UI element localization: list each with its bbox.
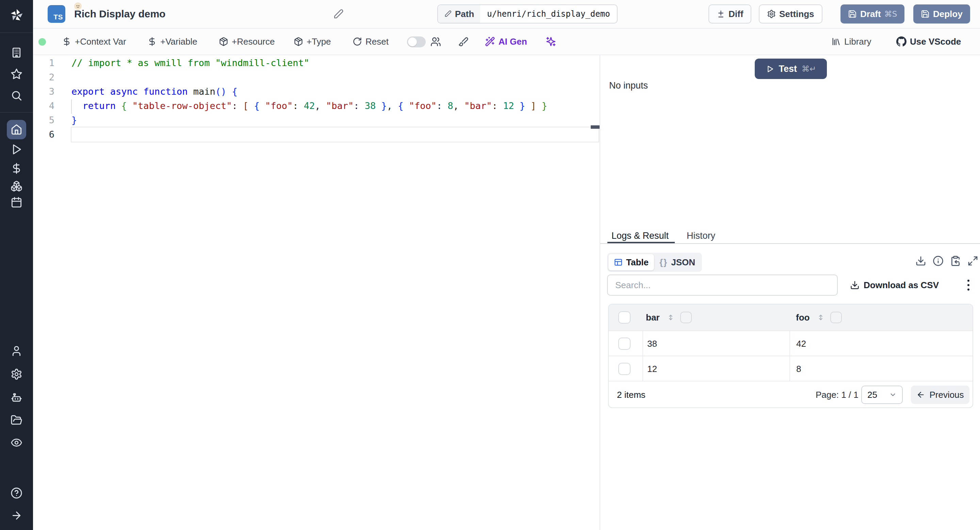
diff-button[interactable]: Diff (708, 5, 751, 24)
add-resource-button[interactable]: +Resource (219, 29, 275, 54)
sidebar-item-schedules[interactable] (11, 196, 22, 208)
library-button[interactable]: Library (831, 29, 871, 54)
multiplayer-button[interactable] (430, 29, 441, 54)
sidebar-expand-button[interactable] (11, 509, 22, 522)
settings-button[interactable]: Settings (759, 5, 822, 24)
maximize-icon (967, 255, 978, 267)
select-all-checkbox[interactable] (618, 311, 630, 324)
view-table-option[interactable]: Table (608, 254, 654, 270)
edit-summary-button[interactable] (333, 9, 344, 20)
page-size-select[interactable]: 25 (861, 386, 903, 404)
sidebar-item-settings[interactable] (11, 368, 22, 380)
play-icon (11, 144, 22, 155)
add-type-button[interactable]: +Type (294, 29, 331, 54)
copy-result-button[interactable] (950, 255, 961, 267)
download-result-button[interactable] (915, 255, 926, 267)
info-button[interactable] (933, 255, 943, 267)
sidebar-item-workers[interactable] (11, 392, 22, 404)
sidebar-item-audit[interactable] (11, 437, 22, 449)
deploy-button[interactable]: Deploy (913, 5, 970, 24)
sort-bar-button[interactable] (667, 313, 675, 322)
sidebar-item-runs[interactable] (11, 144, 22, 155)
github-icon (896, 37, 907, 47)
robot-icon (11, 392, 22, 404)
code-line[interactable]: // import * as wmill from "windmill-clie… (72, 56, 598, 70)
download-csv-button[interactable]: Download as CSV (850, 276, 939, 294)
pencil-icon (444, 10, 452, 18)
tab-history[interactable]: History (687, 229, 715, 243)
sidebar-item-help[interactable] (11, 487, 22, 499)
table-row[interactable]: 128 (609, 356, 972, 381)
add-variable-button[interactable]: +Variable (147, 29, 197, 54)
line-number: 3 (33, 85, 54, 99)
column-header-foo[interactable]: foo (796, 305, 810, 330)
table-menu-button[interactable] (962, 277, 975, 293)
page-indicator: Page: 1 / 1 (816, 382, 859, 408)
indent-guide (71, 99, 72, 114)
edit-path-button[interactable]: Path (438, 5, 480, 23)
eye-icon (11, 437, 22, 449)
package-icon (219, 37, 228, 46)
format-code-button[interactable] (458, 29, 469, 54)
typescript-badge: TS (48, 5, 65, 23)
info-icon (933, 255, 943, 267)
row-checkbox[interactable] (618, 338, 630, 350)
code-line[interactable] (72, 128, 598, 142)
test-shortcut: ⌘↵ (802, 64, 816, 73)
table-header: bar foo (609, 305, 972, 330)
line-number: 5 (33, 113, 54, 128)
previous-page-button[interactable]: Previous (911, 386, 969, 404)
download-icon (850, 280, 859, 290)
table-icon (614, 258, 623, 267)
search-icon[interactable] (11, 89, 22, 102)
view-json-option[interactable]: {} JSON (654, 254, 701, 270)
users-icon (430, 37, 441, 47)
windmill-logo[interactable] (9, 8, 24, 23)
sidebar-item-variables[interactable] (11, 163, 22, 174)
refresh-icon (353, 37, 362, 46)
use-vscode-button[interactable]: Use VScode (896, 29, 961, 54)
column-toggle-bar-checkbox[interactable] (680, 312, 692, 323)
sparkles-icon (546, 36, 556, 47)
sidebar-item-folders[interactable] (11, 414, 22, 426)
scrollbar-cursor-marker[interactable] (591, 125, 600, 129)
panel-splitter[interactable] (600, 55, 600, 530)
code-editor[interactable]: 123456 // import * as wmill from "windmi… (33, 55, 600, 530)
user-icon (11, 345, 22, 357)
sort-foo-button[interactable] (817, 313, 825, 322)
cell-bar: 38 (647, 331, 657, 356)
diff-mode-toggle[interactable] (407, 37, 426, 47)
search-input[interactable] (608, 275, 837, 295)
tab-logs-result[interactable]: Logs & Result (611, 229, 669, 243)
table-body: 3842128 (609, 330, 972, 381)
dollar-icon (62, 37, 72, 46)
sidebar-item-user[interactable] (11, 345, 22, 357)
reset-button[interactable]: Reset (353, 29, 388, 54)
page-title: Rich Display demo (74, 0, 165, 28)
ai-sparkles-button[interactable] (546, 29, 556, 54)
save-icon (848, 10, 857, 18)
path-group: Path u/henri/rich_display_demo (437, 5, 617, 24)
arrow-right-icon (11, 509, 22, 522)
code-line[interactable]: export async function main() { (72, 85, 598, 99)
add-context-var-button[interactable]: +Context Var (62, 29, 126, 54)
sidebar-item-resources[interactable] (11, 180, 22, 192)
column-header-bar[interactable]: bar (646, 305, 659, 330)
table-row[interactable]: 3842 (609, 330, 972, 356)
column-toggle-foo-checkbox[interactable] (830, 312, 842, 323)
favorites-star-icon[interactable] (11, 68, 22, 80)
row-checkbox[interactable] (618, 363, 630, 375)
code-line[interactable] (72, 70, 598, 85)
help-icon (11, 487, 22, 499)
expand-result-button[interactable] (967, 255, 978, 267)
dollar-icon (147, 37, 157, 46)
sidebar-item-home[interactable] (7, 120, 26, 139)
script-path-value[interactable]: u/henri/rich_display_demo (480, 5, 617, 23)
test-button[interactable]: Test ⌘↵ (755, 59, 827, 79)
code-line[interactable]: } (72, 113, 598, 128)
code-line[interactable]: return { "table-row-object": [ { "foo": … (72, 99, 598, 113)
home-icon (11, 124, 22, 136)
ai-gen-button[interactable]: AI Gen (485, 29, 527, 54)
workspace-building-icon[interactable] (11, 47, 22, 59)
draft-button[interactable]: Draft ⌘S (840, 5, 904, 24)
